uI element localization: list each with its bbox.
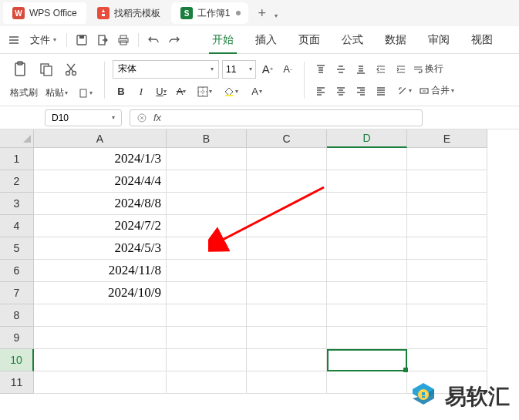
cell-C3[interactable] — [247, 193, 327, 215]
cell-D8[interactable] — [327, 304, 407, 327]
cell-A3[interactable]: 2024/8/8 — [34, 193, 167, 215]
export-icon[interactable] — [93, 31, 112, 49]
cell-C10[interactable] — [247, 349, 327, 371]
col-header-B[interactable]: B — [167, 129, 247, 148]
fill-color-button[interactable]: ▾ — [219, 83, 242, 100]
cell-B9[interactable] — [167, 327, 247, 349]
cell-C8[interactable] — [247, 304, 327, 327]
file-menu[interactable]: 文件 ▾ — [25, 33, 61, 47]
formula-bar[interactable]: fx — [130, 109, 423, 126]
cell-E9[interactable] — [407, 327, 487, 349]
wrap-button[interactable]: 换行 — [413, 61, 443, 78]
cell-D4[interactable] — [327, 215, 407, 237]
clipboard-button[interactable] — [8, 59, 32, 80]
cell-E10[interactable] — [407, 349, 487, 371]
cell-E4[interactable] — [407, 215, 487, 237]
undo-icon[interactable] — [144, 31, 163, 49]
cell-C4[interactable] — [247, 215, 327, 237]
cell-A10[interactable] — [34, 349, 167, 371]
cell-B10[interactable] — [167, 349, 247, 371]
cell-A4[interactable]: 2024/7/2 — [34, 215, 167, 237]
cancel-icon[interactable] — [136, 113, 147, 123]
decrease-font-button[interactable]: A- — [279, 61, 296, 78]
cell-E1[interactable] — [407, 148, 487, 170]
row-header-7[interactable]: 7 — [0, 282, 34, 304]
cell-B7[interactable] — [167, 282, 247, 304]
orientation-button[interactable]: ▾ — [393, 82, 416, 99]
app-tab-wps[interactable]: W WPS Office — [3, 2, 86, 24]
underline-button[interactable]: U▾ — [153, 83, 170, 100]
new-tab-button[interactable]: + ▾ — [250, 5, 285, 22]
col-header-A[interactable]: A — [34, 129, 167, 148]
cell-A6[interactable]: 2024/11/8 — [34, 260, 167, 282]
cell-A1[interactable]: 2024/1/3 — [34, 148, 167, 170]
cell-E2[interactable] — [407, 170, 487, 193]
row-header-6[interactable]: 6 — [0, 260, 34, 282]
tab-page[interactable]: 页面 — [288, 26, 331, 54]
align-middle-button[interactable] — [332, 61, 349, 78]
copy-button[interactable] — [35, 60, 57, 79]
row-header-8[interactable]: 8 — [0, 304, 34, 327]
border-button[interactable]: ▾ — [193, 83, 216, 100]
cell-E5[interactable] — [407, 237, 487, 260]
cell-C1[interactable] — [247, 148, 327, 170]
cell-A11[interactable] — [34, 371, 167, 394]
row-header-4[interactable]: 4 — [0, 215, 34, 237]
align-left-button[interactable] — [312, 82, 329, 99]
cell-B8[interactable] — [167, 304, 247, 327]
strike-button[interactable]: A▾ — [173, 83, 190, 100]
cell-B5[interactable] — [167, 237, 247, 260]
cell-B3[interactable] — [167, 193, 247, 215]
clipboard-more-button[interactable]: ▾ — [73, 85, 96, 102]
save-icon[interactable] — [72, 31, 91, 49]
cell-D5[interactable] — [327, 237, 407, 260]
cell-D3[interactable] — [327, 193, 407, 215]
select-all-corner[interactable] — [0, 129, 34, 148]
cell-E3[interactable] — [407, 193, 487, 215]
cell-C7[interactable] — [247, 282, 327, 304]
template-tab[interactable]: 找稻壳模板 — [88, 2, 170, 24]
cell-B1[interactable] — [167, 148, 247, 170]
fx-icon[interactable]: fx — [153, 112, 161, 123]
cell-D6[interactable] — [327, 260, 407, 282]
justify-button[interactable] — [372, 82, 389, 99]
cell-B11[interactable] — [167, 371, 247, 394]
cell-E8[interactable] — [407, 304, 487, 327]
tab-formula[interactable]: 公式 — [331, 26, 374, 54]
col-header-C[interactable]: C — [247, 129, 327, 148]
align-right-button[interactable] — [352, 82, 369, 99]
cell-C9[interactable] — [247, 327, 327, 349]
cell-A7[interactable]: 2024/10/9 — [34, 282, 167, 304]
increase-indent-button[interactable] — [393, 61, 409, 78]
increase-font-button[interactable]: A+ — [259, 61, 276, 78]
bold-button[interactable]: B — [113, 83, 130, 100]
redo-icon[interactable] — [165, 31, 184, 49]
row-header-5[interactable]: 5 — [0, 237, 34, 260]
row-header-1[interactable]: 1 — [0, 148, 34, 170]
tab-home[interactable]: 开始 — [201, 26, 244, 54]
menu-hamburger-icon[interactable] — [5, 31, 23, 49]
row-header-10[interactable]: 10 — [0, 349, 34, 371]
decrease-indent-button[interactable] — [372, 61, 389, 78]
cell-D10[interactable] — [327, 349, 407, 371]
cut-button[interactable] — [60, 60, 82, 79]
font-color-button[interactable]: A▾ — [245, 83, 268, 100]
format-brush-button[interactable]: 格式刷 — [8, 85, 40, 102]
tab-review[interactable]: 审阅 — [417, 26, 460, 54]
cell-A2[interactable]: 2024/4/4 — [34, 170, 167, 193]
cell-C6[interactable] — [247, 260, 327, 282]
cell-A9[interactable] — [34, 327, 167, 349]
cell-D7[interactable] — [327, 282, 407, 304]
cell-D11[interactable] — [327, 371, 407, 394]
cell-D9[interactable] — [327, 327, 407, 349]
cell-A8[interactable] — [34, 304, 167, 327]
merge-button[interactable]: 合并▾ — [419, 82, 454, 99]
row-header-3[interactable]: 3 — [0, 193, 34, 215]
cell-C11[interactable] — [247, 371, 327, 394]
cell-D1[interactable] — [327, 148, 407, 170]
print-icon[interactable] — [114, 31, 133, 49]
col-header-D[interactable]: D — [327, 129, 407, 148]
cell-A5[interactable]: 2024/5/3 — [34, 237, 167, 260]
row-header-11[interactable]: 11 — [0, 371, 34, 394]
cell-B6[interactable] — [167, 260, 247, 282]
